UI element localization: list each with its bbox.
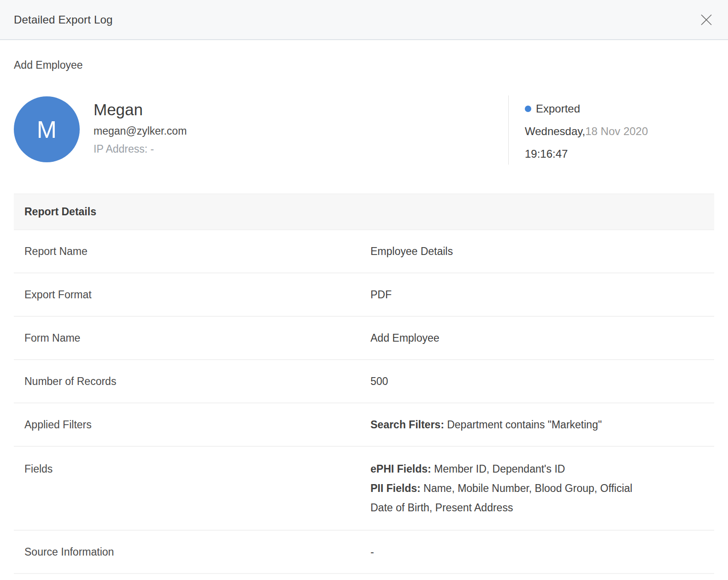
row-label: Applied Filters: [24, 419, 370, 431]
table-row-form-name: Form Name Add Employee: [14, 317, 714, 360]
report-details-table: Report Name Employee Details Export Form…: [14, 230, 714, 574]
user-ip-address: IP Address: -: [94, 143, 187, 155]
row-label: Report Name: [24, 245, 370, 257]
ephi-text: Member ID, Dependant's ID: [431, 463, 565, 475]
modal-header: Detailed Export Log: [0, 0, 728, 40]
user-email: megan@zylker.com: [94, 125, 187, 137]
table-row-source-information: Source Information -: [14, 531, 714, 574]
row-label: Export Format: [24, 289, 370, 301]
status-date: Wednesday, 18 Nov 2020: [525, 124, 714, 138]
close-button[interactable]: [699, 12, 714, 28]
ephi-bold-prefix: ePHI Fields:: [370, 463, 431, 475]
status-day: Wednesday,: [525, 124, 585, 138]
row-value: PDF: [370, 289, 392, 301]
row-value: Add Employee: [370, 332, 440, 344]
row-value: ePHI Fields: Member ID, Dependant's ID P…: [370, 459, 656, 517]
export-status-block: Exported Wednesday, 18 Nov 2020 19:16:47: [508, 95, 714, 165]
row-label: Form Name: [24, 332, 370, 344]
status-label: Exported: [536, 102, 580, 116]
table-row-number-of-records: Number of Records 500: [14, 360, 714, 403]
table-row-fields: Fields ePHI Fields: Member ID, Dependant…: [14, 447, 714, 531]
status-time: 19:16:47: [525, 147, 714, 161]
ephi-fields-line: ePHI Fields: Member ID, Dependant's ID: [370, 459, 656, 479]
pii-fields-line: PII Fields: Name, Mobile Number, Blood G…: [370, 479, 656, 517]
filters-bold-prefix: Search Filters:: [370, 419, 444, 431]
close-icon: [699, 13, 713, 27]
table-row-export-format: Export Format PDF: [14, 273, 714, 317]
row-value: 500: [370, 375, 388, 387]
user-summary-row: M Megan megan@zylker.com IP Address: - E…: [14, 95, 714, 165]
form-name-label: Add Employee: [14, 59, 714, 71]
row-value: Search Filters: Department contains "Mar…: [370, 419, 602, 431]
row-label: Source Information: [24, 546, 370, 558]
table-row-applied-filters: Applied Filters Search Filters: Departme…: [14, 403, 714, 447]
status-date-value: 18 Nov 2020: [585, 124, 648, 138]
status-line: Exported: [525, 102, 714, 116]
user-info: Megan megan@zylker.com IP Address: -: [94, 95, 187, 165]
row-label: Number of Records: [24, 375, 370, 387]
table-row-report-name: Report Name Employee Details: [14, 230, 714, 273]
status-dot-icon: [525, 106, 531, 112]
modal-body: Add Employee M Megan megan@zylker.com IP…: [0, 40, 728, 574]
user-name: Megan: [94, 101, 187, 119]
row-value: Employee Details: [370, 245, 453, 257]
report-details-section-header: Report Details: [14, 194, 714, 230]
row-label: Fields: [24, 459, 370, 479]
pii-bold-prefix: PII Fields:: [370, 482, 421, 494]
modal-title: Detailed Export Log: [14, 13, 113, 26]
filters-text: Department contains "Marketing": [444, 419, 602, 431]
row-value: -: [370, 546, 374, 558]
avatar: M: [14, 96, 80, 162]
section-title: Report Details: [24, 206, 96, 218]
